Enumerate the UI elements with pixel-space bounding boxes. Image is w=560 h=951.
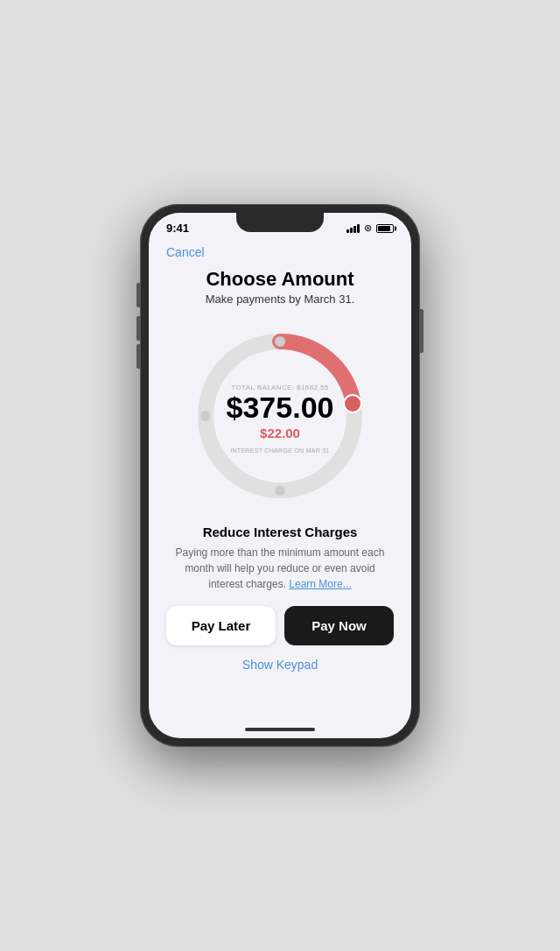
- cancel-button[interactable]: Cancel: [166, 242, 205, 263]
- svg-text:INTEREST CHARGE ON MAR 31: INTEREST CHARGE ON MAR 31: [230, 447, 330, 454]
- home-bar: [245, 728, 315, 731]
- main-content: Cancel Choose Amount Make payments by Ma…: [149, 238, 411, 721]
- reduce-title: Reduce Interest Charges: [175, 525, 385, 539]
- dial-left-dot: [200, 411, 211, 421]
- learn-more-link[interactable]: Learn More...: [289, 578, 351, 590]
- battery-icon: [376, 224, 394, 233]
- dial-interest: $22.00: [260, 426, 300, 440]
- dial-bottom-dot: [275, 485, 285, 496]
- amount-dial[interactable]: TOTAL BALANCE: $1682.55 INTEREST CHARGE …: [184, 320, 376, 512]
- page-title: Choose Amount: [206, 268, 354, 291]
- status-time: 9:41: [166, 222, 189, 235]
- status-icons: ⊛: [346, 222, 394, 234]
- pay-now-button[interactable]: Pay Now: [284, 606, 394, 645]
- dial-center: $375.00 $22.00: [227, 391, 334, 440]
- signal-icon: [346, 224, 360, 233]
- pay-later-button[interactable]: Pay Later: [166, 606, 276, 645]
- home-indicator: [149, 721, 411, 738]
- wifi-icon: ⊛: [364, 222, 372, 234]
- dial-amount: $375.00: [227, 391, 334, 424]
- notch: [236, 213, 324, 232]
- phone-frame: 9:41 ⊛ Cancel Choose Amount Make payment…: [140, 204, 420, 747]
- reduce-body: Paying more than the minimum amount each…: [175, 545, 385, 592]
- payment-buttons: Pay Later Pay Now: [166, 606, 394, 645]
- dial-handle: [344, 395, 361, 412]
- reduce-interest-section: Reduce Interest Charges Paying more than…: [166, 525, 394, 592]
- phone-screen: 9:41 ⊛ Cancel Choose Amount Make payment…: [149, 213, 411, 738]
- page-subtitle: Make payments by March 31.: [206, 292, 355, 306]
- show-keypad-button[interactable]: Show Keypad: [242, 654, 318, 675]
- dial-start-dot: [275, 336, 285, 347]
